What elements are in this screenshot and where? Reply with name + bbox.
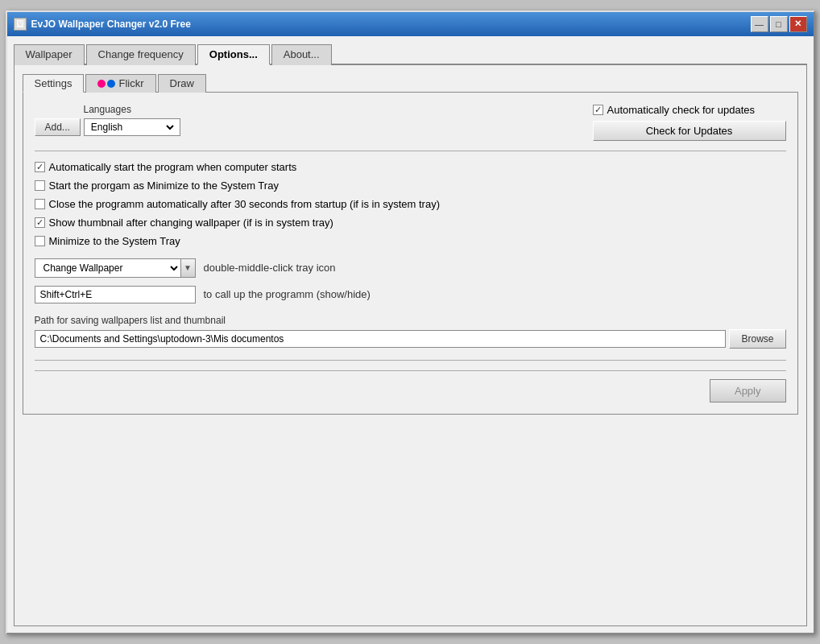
- title-bar-left: 🖼 EvJO Wallpaper Changer v2.0 Free: [14, 18, 191, 31]
- inner-tab-bar: Settings Flickr Draw: [23, 73, 798, 93]
- lang-controls: Add... English Spanish French German: [35, 118, 180, 136]
- app-icon: 🖼: [14, 18, 27, 31]
- path-row: Browse: [35, 329, 786, 349]
- hotkey-row: to call up the programm (show/hide): [35, 286, 786, 303]
- auto-check-updates-row: Automatically check for updates: [593, 104, 756, 116]
- bottom-bar: Apply: [35, 370, 786, 402]
- flickr-dots: [97, 80, 115, 88]
- tab-draw[interactable]: Draw: [158, 74, 206, 93]
- auto-start-label: Automatically start the program when com…: [49, 161, 297, 173]
- language-select[interactable]: English Spanish French German: [88, 121, 176, 134]
- auto-check-updates-label: Automatically check for updates: [607, 104, 756, 116]
- tab-wallpaper[interactable]: Wallpaper: [14, 44, 85, 65]
- close-auto-row: Close the programm automatically after 3…: [35, 198, 786, 210]
- window-content: Wallpaper Change frequency Options... Ab…: [14, 43, 807, 626]
- close-auto-checkbox[interactable]: [35, 199, 45, 209]
- auto-start-row: Automatically start the program when com…: [35, 161, 786, 173]
- close-button[interactable]: ✕: [789, 16, 807, 32]
- languages-label: Languages: [35, 104, 180, 115]
- language-select-wrapper[interactable]: English Spanish French German: [84, 118, 180, 136]
- dropdown-arrow-icon: ▼: [180, 259, 195, 277]
- settings-panel: Languages Add... English Spanish French …: [23, 93, 798, 415]
- maximize-button[interactable]: □: [770, 16, 788, 32]
- tab-flickr[interactable]: Flickr: [85, 74, 155, 93]
- apply-button[interactable]: Apply: [710, 379, 786, 402]
- minimize-systray-checkbox[interactable]: [35, 236, 45, 246]
- action-description-label: double-middle-click tray icon: [204, 262, 336, 274]
- title-buttons: — □ ✕: [751, 16, 807, 32]
- window-title: EvJO Wallpaper Changer v2.0 Free: [31, 19, 191, 30]
- separator-2: [35, 360, 786, 361]
- tab-settings[interactable]: Settings: [23, 74, 85, 93]
- tab-change-frequency[interactable]: Change frequency: [86, 44, 196, 65]
- show-thumbnail-label: Show thumbnail after changing wallpaper …: [49, 217, 333, 229]
- hotkey-input[interactable]: [35, 286, 196, 303]
- minimize-systray-row: Minimize to the System Tray: [35, 235, 786, 247]
- auto-start-checkbox[interactable]: [35, 162, 45, 172]
- show-thumbnail-row: Show thumbnail after changing wallpaper …: [35, 217, 786, 229]
- action-dropdown-row: Change Wallpaper Show/Hide Previous Wall…: [35, 258, 786, 278]
- flickr-dot-pink: [97, 80, 106, 88]
- check-updates-button[interactable]: Check for Updates: [593, 121, 786, 141]
- minimize-button[interactable]: —: [751, 16, 768, 32]
- languages-updates-row: Languages Add... English Spanish French …: [35, 104, 786, 141]
- updates-section: Automatically check for updates Check fo…: [593, 104, 786, 141]
- minimize-tray-label: Start the prorgam as Minimize to the Sys…: [49, 180, 279, 192]
- tab-options[interactable]: Options...: [197, 44, 270, 65]
- path-label: Path for saving wallpapers list and thum…: [35, 315, 786, 326]
- title-bar: 🖼 EvJO Wallpaper Changer v2.0 Free — □ ✕: [7, 12, 814, 36]
- languages-section: Languages Add... English Spanish French …: [35, 104, 180, 136]
- action-dropdown[interactable]: Change Wallpaper Show/Hide Previous Wall…: [35, 259, 180, 277]
- auto-check-updates-checkbox[interactable]: [593, 105, 603, 115]
- action-dropdown-wrapper[interactable]: Change Wallpaper Show/Hide Previous Wall…: [35, 258, 196, 278]
- separator-1: [35, 151, 786, 151]
- minimize-tray-row: Start the prorgam as Minimize to the Sys…: [35, 180, 786, 192]
- hotkey-description-label: to call up the programm (show/hide): [204, 288, 371, 300]
- minimize-tray-checkbox[interactable]: [35, 180, 45, 191]
- show-thumbnail-checkbox[interactable]: [35, 217, 45, 228]
- main-panel: Settings Flickr Draw: [14, 65, 807, 626]
- checkboxes-section: Automatically start the program when com…: [35, 161, 786, 247]
- close-auto-label: Close the programm automatically after 3…: [49, 198, 441, 210]
- flickr-dot-blue: [107, 80, 115, 88]
- browse-button[interactable]: Browse: [729, 329, 785, 349]
- outer-tab-bar: Wallpaper Change frequency Options... Ab…: [14, 43, 807, 65]
- tab-about[interactable]: About...: [271, 44, 332, 65]
- minimize-systray-label: Minimize to the System Tray: [49, 235, 180, 247]
- main-window: 🖼 EvJO Wallpaper Changer v2.0 Free — □ ✕…: [6, 10, 815, 634]
- path-input[interactable]: [35, 330, 727, 348]
- window-body: Wallpaper Change frequency Options... Ab…: [7, 36, 814, 633]
- path-section: Path for saving wallpapers list and thum…: [35, 315, 786, 349]
- add-language-button[interactable]: Add...: [35, 118, 81, 136]
